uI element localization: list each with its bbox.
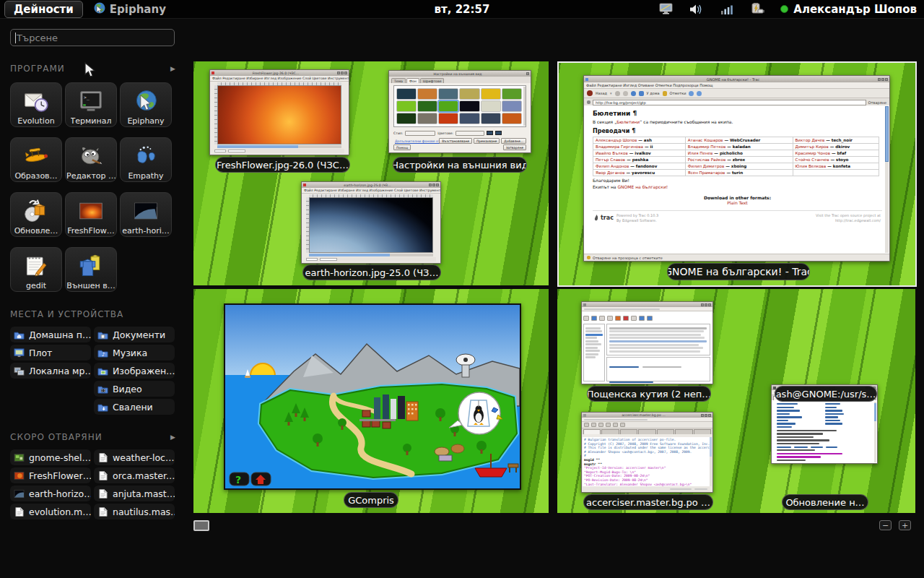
- window-label-appearance[interactable]: Настройки на външния вид: [393, 157, 527, 173]
- wallpaper-thumb[interactable]: [502, 101, 521, 111]
- color-swatch[interactable]: [495, 131, 502, 135]
- volume-icon[interactable]: [689, 3, 704, 16]
- style-dropdown[interactable]: [405, 131, 435, 136]
- team-link[interactable]: GNOME на български!: [617, 184, 668, 189]
- wallpaper-thumb[interactable]: [397, 113, 416, 124]
- wallpaper-thumb[interactable]: [418, 101, 437, 111]
- battery-icon[interactable]: [750, 3, 764, 16]
- translator-link[interactable]: Филип Андонов: [596, 164, 629, 168]
- translator-link[interactable]: Виктор Дачев: [796, 138, 825, 142]
- window-buttons[interactable]: [429, 184, 439, 186]
- recent-evolution-po[interactable]: evolution.m…: [10, 504, 91, 519]
- trac-logo[interactable]: trac: [594, 213, 614, 223]
- translator-link[interactable]: Красимир Чонов: [796, 151, 830, 155]
- wallpaper-thumb[interactable]: [502, 89, 521, 99]
- window-buttons[interactable]: [878, 78, 888, 81]
- tab-theme[interactable]: Тема: [391, 78, 406, 83]
- back-label[interactable]: Назад: [596, 91, 607, 95]
- recent-expander-icon[interactable]: ▶: [170, 434, 176, 441]
- wallpaper-thumb[interactable]: [460, 101, 479, 111]
- wallpaper-thumb[interactable]: [460, 113, 479, 124]
- recent-anjuta-master[interactable]: anjuta.mast…: [94, 486, 175, 501]
- window-gedit[interactable]: accerciser.master.bg.po … # Bulgarian tr…: [581, 412, 713, 493]
- recent-gnome-shell[interactable]: gnome-shel…: [10, 449, 91, 465]
- app-empathy[interactable]: Empathy: [120, 137, 172, 182]
- window-label-updates[interactable]: Обновление н…: [782, 494, 868, 510]
- restore-button[interactable]: Възстановяване: [439, 138, 472, 144]
- translator-link[interactable]: Стойчо Станчев: [796, 158, 829, 162]
- translator-link[interactable]: Ясен Праматаров: [688, 171, 725, 175]
- place-documents[interactable]: Документи: [94, 327, 175, 342]
- display-icon[interactable]: [659, 3, 674, 16]
- browser-scrollbar[interactable]: [885, 106, 889, 253]
- translator-link[interactable]: Филип Димитров: [688, 164, 725, 168]
- window-evolution[interactable]: [581, 301, 713, 384]
- translator-link[interactable]: Петър Славов: [596, 158, 625, 162]
- add-button[interactable]: Добавяне…: [501, 138, 526, 144]
- bookmarks-label[interactable]: Отметки: [670, 91, 687, 95]
- window-label-gimp-freshflower[interactable]: FreshFlower.jpg-26.0 (ЧЗС…: [215, 157, 350, 173]
- translator-link[interactable]: Атанас Кошаров: [688, 138, 723, 142]
- wallpaper-thumb-selected[interactable]: [439, 101, 458, 111]
- workspace-indicator[interactable]: [193, 520, 209, 531]
- network-signal-icon[interactable]: [720, 3, 734, 16]
- gimp-hscrollbar[interactable]: [217, 145, 341, 148]
- app-gcompris[interactable]: Образов…: [10, 137, 62, 182]
- add-workspace-button[interactable]: +: [899, 520, 911, 530]
- evolution-message-list[interactable]: [606, 324, 710, 355]
- translator-link[interactable]: Владимира Гиргинова: [596, 144, 643, 149]
- wallpaper-thumb[interactable]: [481, 113, 500, 124]
- window-label-evolution[interactable]: Пощенска кутия (2 неп…: [587, 386, 711, 402]
- search-input[interactable]: Търсене: [10, 29, 175, 46]
- app-evolution[interactable]: Evolution: [10, 82, 62, 127]
- evolution-preview-pane[interactable]: [606, 357, 710, 381]
- stop-icon[interactable]: [623, 91, 628, 96]
- app-gedit[interactable]: gedit: [10, 247, 62, 292]
- window-label-gedit[interactable]: accerciser.master.bg.po …: [583, 494, 713, 510]
- workspace-4[interactable]: ash@GNOME:/usr/s…: [557, 289, 915, 513]
- translator-link[interactable]: Александър Шопов: [596, 138, 637, 142]
- window-epiphany-trac[interactable]: GNOME на български! - Trac Файл Редактир…: [583, 75, 890, 262]
- recent-orca-master[interactable]: orca.master.…: [94, 467, 175, 483]
- home-icon[interactable]: [639, 91, 644, 96]
- app-earth-image[interactable]: earth-hori…: [120, 192, 172, 237]
- translator-link[interactable]: Владимир Петков: [688, 144, 726, 149]
- app-menu[interactable]: Epiphany: [93, 1, 166, 17]
- recent-nautilus-master[interactable]: nautilus.mas…: [94, 504, 175, 519]
- back-icon[interactable]: [587, 90, 593, 96]
- app-appearance[interactable]: Външен в…: [65, 247, 117, 292]
- activities-button[interactable]: Дейности: [4, 1, 83, 18]
- evolution-folder-tree[interactable]: [583, 324, 605, 381]
- window-gcompris[interactable]: ?: [224, 303, 521, 490]
- workspace-1[interactable]: FreshFlower.jpg-26.0 (ЧЗС… Файл Редактир…: [193, 61, 549, 285]
- window-gimp-earth[interactable]: earth-horizon.jpg-25.0 (ЧЗ… Файл Редакти…: [301, 181, 441, 264]
- recent-freshflower[interactable]: FreshFlower…: [10, 467, 91, 483]
- place-downloads[interactable]: Свалени: [94, 399, 175, 415]
- wallpaper-thumb[interactable]: [439, 89, 458, 99]
- remove-workspace-button[interactable]: −: [879, 520, 892, 530]
- zoom-in-icon[interactable]: [697, 91, 702, 96]
- app-software-update[interactable]: Обновле…: [10, 192, 62, 237]
- place-videos[interactable]: Видео: [94, 381, 175, 397]
- help-button[interactable]: Помощ: [393, 144, 411, 150]
- wallpaper-thumb[interactable]: [481, 101, 500, 111]
- remove-button[interactable]: Премахване: [474, 138, 500, 144]
- colors-dropdown[interactable]: [456, 131, 484, 136]
- translator-link[interactable]: Ивайло Вълков: [596, 151, 628, 155]
- wallpaper-thumb[interactable]: [397, 101, 416, 111]
- terminal-scrollbar[interactable]: [874, 402, 876, 462]
- place-music[interactable]: ♪ Музика: [94, 345, 175, 361]
- window-buttons[interactable]: [526, 72, 529, 75]
- wallpaper-thumb[interactable]: [418, 89, 437, 99]
- translator-link[interactable]: Ростислав Райков: [688, 158, 725, 162]
- workspace-3[interactable]: ? GCompris: [193, 289, 549, 513]
- wallpaper-thumb[interactable]: [481, 89, 500, 99]
- gedit-scrollbar[interactable]: [710, 437, 712, 486]
- translator-link[interactable]: Илия Пенев: [688, 151, 713, 155]
- user-menu[interactable]: Александър Шопов: [780, 3, 917, 16]
- wallpaper-scrollbar[interactable]: [523, 87, 526, 126]
- window-label-terminal[interactable]: ash@GNOME:/usr/s…: [775, 386, 877, 402]
- window-label-epiphany[interactable]: GNOME на български! - Trac: [667, 263, 810, 280]
- place-network[interactable]: Локална мр…: [10, 363, 91, 379]
- app-terminal[interactable]: >_ Терминал: [65, 82, 117, 127]
